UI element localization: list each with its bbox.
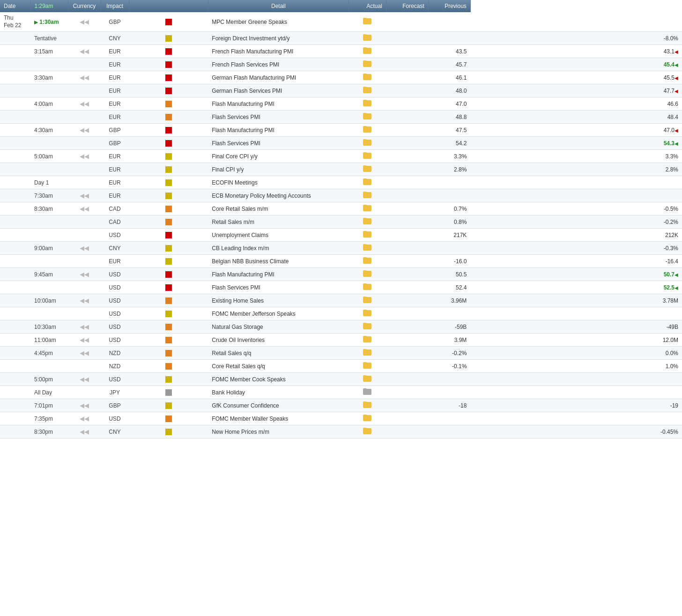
sound-icon[interactable]: ◀◀	[80, 271, 89, 278]
detail-cell[interactable]	[348, 45, 386, 58]
sound-icon-cell[interactable]: ◀◀	[68, 425, 101, 438]
sound-icon-cell[interactable]	[68, 215, 101, 229]
folder-icon[interactable]	[363, 178, 371, 185]
folder-icon[interactable]	[363, 47, 371, 54]
sound-icon[interactable]: ◀◀	[80, 428, 89, 435]
sound-icon-cell[interactable]: ◀◀	[68, 202, 101, 215]
sound-icon-cell[interactable]	[68, 307, 101, 320]
sound-icon[interactable]: ◀◀	[80, 205, 89, 212]
header-currency[interactable]: Currency	[68, 0, 101, 12]
detail-cell[interactable]	[348, 12, 386, 32]
folder-icon[interactable]	[363, 113, 371, 119]
sound-icon-cell[interactable]: ◀◀	[68, 373, 101, 386]
sound-icon[interactable]: ◀◀	[80, 192, 89, 199]
sound-icon-cell[interactable]: ◀◀	[68, 399, 101, 412]
detail-cell[interactable]	[348, 71, 386, 84]
sound-icon-cell[interactable]: ◀◀	[68, 189, 101, 202]
header-forecast[interactable]: Forecast	[386, 0, 428, 12]
detail-cell[interactable]	[348, 334, 386, 347]
sound-icon-cell[interactable]	[68, 58, 101, 71]
sound-icon[interactable]: ◀◀	[80, 349, 89, 356]
sound-icon[interactable]: ◀◀	[80, 336, 89, 343]
detail-cell[interactable]	[348, 386, 386, 399]
sound-icon[interactable]: ◀◀	[80, 415, 89, 422]
sound-icon-cell[interactable]: ◀◀	[68, 320, 101, 334]
detail-cell[interactable]	[348, 150, 386, 163]
header-impact[interactable]: Impact	[101, 0, 129, 12]
sound-icon-cell[interactable]	[68, 360, 101, 373]
sound-icon-cell[interactable]	[68, 386, 101, 399]
sound-icon[interactable]: ◀◀	[80, 48, 89, 55]
detail-cell[interactable]	[348, 294, 386, 307]
folder-icon[interactable]	[363, 100, 371, 106]
detail-cell[interactable]	[348, 137, 386, 150]
detail-cell[interactable]	[348, 58, 386, 71]
detail-cell[interactable]	[348, 268, 386, 281]
sound-icon-cell[interactable]	[68, 84, 101, 97]
sound-icon[interactable]: ◀◀	[80, 100, 89, 107]
detail-cell[interactable]	[348, 111, 386, 124]
detail-cell[interactable]	[348, 242, 386, 255]
detail-cell[interactable]	[348, 124, 386, 137]
detail-cell[interactable]	[348, 320, 386, 334]
folder-icon[interactable]	[363, 205, 371, 211]
sound-icon[interactable]: ◀◀	[80, 74, 89, 81]
detail-cell[interactable]	[348, 399, 386, 412]
header-actual[interactable]: Actual	[348, 0, 386, 12]
folder-icon[interactable]	[363, 257, 371, 264]
folder-icon[interactable]	[363, 18, 371, 24]
sound-icon[interactable]: ◀◀	[80, 323, 89, 330]
folder-icon[interactable]	[363, 375, 371, 382]
sound-icon[interactable]: ◀◀	[80, 402, 89, 409]
detail-cell[interactable]	[348, 229, 386, 242]
sound-icon-cell[interactable]	[68, 163, 101, 176]
detail-cell[interactable]	[348, 360, 386, 373]
folder-icon[interactable]	[363, 74, 371, 80]
sound-icon[interactable]: ◀◀	[80, 153, 89, 160]
sound-icon-cell[interactable]: ◀◀	[68, 412, 101, 425]
detail-cell[interactable]	[348, 84, 386, 97]
folder-icon[interactable]	[363, 34, 371, 41]
detail-cell[interactable]	[348, 163, 386, 176]
sound-icon[interactable]: ◀◀	[80, 126, 89, 134]
sound-icon-cell[interactable]: ◀◀	[68, 45, 101, 58]
folder-icon[interactable]	[363, 297, 371, 303]
header-previous[interactable]: Previous	[428, 0, 470, 12]
folder-icon[interactable]	[363, 270, 371, 277]
detail-cell[interactable]	[348, 281, 386, 294]
sound-icon-cell[interactable]	[68, 137, 101, 150]
sound-icon-cell[interactable]	[68, 176, 101, 189]
sound-icon[interactable]: ◀◀	[80, 18, 89, 25]
sound-icon-cell[interactable]: ◀◀	[68, 97, 101, 111]
sound-icon[interactable]: ◀◀	[80, 376, 89, 383]
folder-icon[interactable]	[363, 231, 371, 237]
detail-cell[interactable]	[348, 189, 386, 202]
folder-icon[interactable]	[363, 388, 371, 395]
detail-cell[interactable]	[348, 176, 386, 189]
folder-icon[interactable]	[363, 165, 371, 172]
folder-icon[interactable]	[363, 139, 371, 146]
folder-icon[interactable]	[363, 283, 371, 290]
sound-icon-cell[interactable]: ◀◀	[68, 242, 101, 255]
detail-cell[interactable]	[348, 373, 386, 386]
detail-cell[interactable]	[348, 307, 386, 320]
folder-icon[interactable]	[363, 87, 371, 93]
sound-icon-cell[interactable]	[68, 255, 101, 268]
folder-icon[interactable]	[363, 126, 371, 133]
detail-cell[interactable]	[348, 215, 386, 229]
folder-icon[interactable]	[363, 218, 371, 224]
sound-icon-cell[interactable]: ◀◀	[68, 71, 101, 84]
sound-icon-cell[interactable]	[68, 229, 101, 242]
folder-icon[interactable]	[363, 362, 371, 369]
sound-icon[interactable]: ◀◀	[80, 297, 89, 304]
sound-icon-cell[interactable]	[68, 111, 101, 124]
folder-icon[interactable]	[363, 323, 371, 329]
detail-cell[interactable]	[348, 425, 386, 438]
detail-cell[interactable]	[348, 32, 386, 45]
sound-icon-cell[interactable]: ◀◀	[68, 268, 101, 281]
detail-cell[interactable]	[348, 255, 386, 268]
detail-cell[interactable]	[348, 202, 386, 215]
sound-icon[interactable]: ◀◀	[80, 245, 89, 252]
folder-icon[interactable]	[363, 60, 371, 67]
sound-icon-cell[interactable]: ◀◀	[68, 150, 101, 163]
